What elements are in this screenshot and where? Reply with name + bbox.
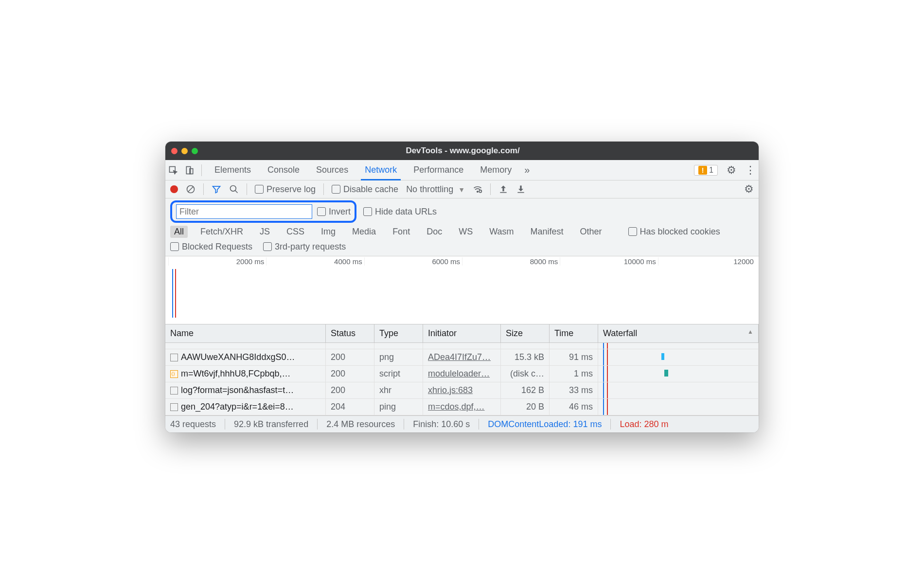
type-font[interactable]: Font — [389, 226, 414, 238]
svg-line-6 — [235, 191, 238, 193]
col-waterfall[interactable]: Waterfall — [598, 324, 759, 343]
filter-icon[interactable] — [212, 184, 221, 194]
col-time[interactable]: Time — [550, 324, 598, 343]
inspect-icon[interactable] — [168, 165, 178, 175]
col-initiator[interactable]: Initiator — [423, 324, 501, 343]
svg-rect-9 — [500, 192, 506, 193]
divider — [323, 183, 324, 195]
type-media[interactable]: Media — [348, 226, 380, 238]
type-css[interactable]: CSS — [283, 226, 308, 238]
requests-table: Name Status Type Initiator Size Time Wat… — [165, 324, 759, 415]
request-time: 46 ms — [550, 399, 598, 415]
preserve-log-checkbox[interactable]: Preserve log — [255, 184, 316, 195]
tab-console[interactable]: Console — [264, 161, 303, 179]
request-size: 20 B — [501, 399, 550, 415]
request-initiator[interactable]: ADea4I7IfZu7… — [423, 349, 501, 366]
script-file-icon — [170, 370, 178, 378]
type-other[interactable]: Other — [576, 226, 606, 238]
col-status[interactable]: Status — [326, 324, 374, 343]
type-wasm[interactable]: Wasm — [485, 226, 517, 238]
request-time: 33 ms — [550, 382, 598, 399]
filter-bar: Invert Hide data URLs — [165, 198, 759, 225]
svg-rect-10 — [517, 192, 524, 193]
request-initiator[interactable]: m=cdos,dpf,… — [423, 399, 501, 415]
dcl-marker — [172, 269, 173, 318]
request-type: ping — [374, 399, 423, 415]
request-initiator[interactable]: xhrio.js:683 — [423, 382, 501, 399]
more-menu-icon[interactable]: ⋮ — [745, 164, 756, 177]
col-type[interactable]: Type — [374, 324, 423, 343]
warnings-count: 1 — [709, 166, 713, 175]
upload-har-icon[interactable] — [498, 184, 508, 194]
tab-memory[interactable]: Memory — [476, 161, 515, 179]
disable-cache-checkbox[interactable]: Disable cache — [332, 184, 398, 195]
waterfall-cell — [598, 399, 759, 415]
status-transferred: 92.9 kB transferred — [234, 419, 308, 430]
status-finish: Finish: 10.60 s — [413, 419, 470, 430]
device-toggle-icon[interactable] — [185, 165, 195, 175]
request-initiator[interactable]: moduleloader… — [423, 366, 501, 382]
waterfall-cell — [598, 343, 759, 349]
type-js[interactable]: JS — [256, 226, 274, 238]
extra-filters: Blocked Requests 3rd-party requests — [165, 241, 759, 256]
tab-performance[interactable]: Performance — [409, 161, 467, 179]
third-party-checkbox[interactable]: 3rd-party requests — [263, 242, 346, 252]
col-name[interactable]: Name — [165, 324, 326, 343]
divider — [490, 183, 491, 195]
divider — [247, 183, 247, 195]
type-img[interactable]: Img — [317, 226, 339, 238]
clear-icon[interactable] — [186, 184, 195, 194]
doc-file-icon — [170, 387, 178, 395]
warnings-badge[interactable]: ! 1 — [694, 165, 718, 176]
request-name[interactable]: log?format=json&hasfast=t… — [165, 382, 326, 399]
col-size[interactable]: Size — [501, 324, 550, 343]
tab-network[interactable]: Network — [361, 161, 401, 180]
invert-checkbox[interactable]: Invert — [317, 207, 351, 217]
type-ws[interactable]: WS — [455, 226, 477, 238]
status-bar: 43 requests 92.9 kB transferred 2.4 MB r… — [165, 415, 759, 432]
divider — [404, 419, 404, 430]
status-resources: 2.4 MB resources — [326, 419, 395, 430]
tick: 10000 ms — [560, 257, 657, 266]
request-name[interactable]: AAWUweXANHG8IddxgS0… — [165, 349, 326, 366]
request-type: png — [374, 349, 423, 366]
divider — [317, 419, 318, 430]
hide-data-urls-checkbox[interactable]: Hide data URLs — [363, 207, 437, 217]
divider — [610, 419, 611, 430]
download-har-icon[interactable] — [516, 184, 526, 194]
resource-type-filter: All Fetch/XHR JS CSS Img Media Font Doc … — [165, 225, 759, 241]
request-name[interactable]: gen_204?atyp=i&r=1&ei=8… — [165, 399, 326, 415]
throttling-select[interactable]: No throttling ▼ — [406, 184, 465, 195]
request-type: script — [374, 366, 423, 382]
network-settings-icon[interactable]: ⚙ — [744, 183, 754, 196]
type-all[interactable]: All — [170, 226, 188, 238]
record-icon[interactable] — [170, 185, 178, 193]
request-name[interactable]: m=Wt6vjf,hhhU8,FCpbqb,… — [165, 366, 326, 382]
request-status: 200 — [326, 382, 374, 399]
divider — [203, 183, 204, 195]
filter-input[interactable] — [176, 204, 312, 219]
request-time: 1 ms — [550, 366, 598, 382]
settings-icon[interactable]: ⚙ — [727, 164, 736, 177]
search-icon[interactable] — [229, 184, 239, 194]
doc-file-icon — [170, 403, 178, 411]
warning-icon: ! — [698, 166, 707, 175]
type-doc[interactable]: Doc — [423, 226, 446, 238]
tab-elements[interactable]: Elements — [211, 161, 255, 179]
tab-sources[interactable]: Sources — [312, 161, 352, 179]
request-size: 162 B — [501, 382, 550, 399]
network-conditions-icon[interactable] — [473, 184, 482, 194]
type-manifest[interactable]: Manifest — [527, 226, 568, 238]
waterfall-cell — [598, 366, 759, 382]
tick: 4000 ms — [266, 257, 364, 266]
type-fetch-xhr[interactable]: Fetch/XHR — [196, 226, 247, 238]
blocked-cookies-checkbox[interactable]: Has blocked cookies — [628, 227, 720, 237]
blocked-requests-checkbox[interactable]: Blocked Requests — [170, 242, 252, 252]
timeline-overview[interactable]: 2000 ms 4000 ms 6000 ms 8000 ms 10000 ms… — [165, 256, 759, 324]
tabs-overflow-icon[interactable]: » — [524, 164, 530, 176]
status-dcl: DOMContentLoaded: 191 ms — [488, 419, 602, 430]
divider — [479, 419, 479, 430]
request-status: 200 — [326, 349, 374, 366]
request-size: (disk c… — [501, 366, 550, 382]
panel-tabs: Elements Console Sources Network Perform… — [165, 160, 759, 180]
